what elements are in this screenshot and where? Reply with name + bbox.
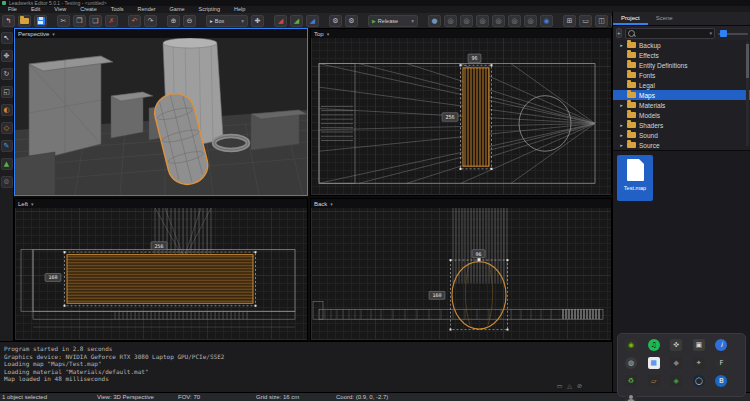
render-mode-button-3[interactable]: ◎ [460, 15, 473, 27]
primitive-dropdown[interactable]: ▸ Box ▾ [206, 15, 248, 27]
tree-item-materials[interactable]: ▸Materials [613, 100, 750, 110]
zoom-out-button[interactable]: ⊖ [183, 15, 196, 27]
selected-object-back[interactable] [450, 258, 509, 330]
console-messages-filter-icon[interactable]: ▭ [557, 383, 563, 389]
tree-item-sound[interactable]: ▸Sound [613, 130, 750, 140]
redo-button[interactable]: ↷ [144, 15, 157, 27]
tree-scrollbar[interactable] [746, 42, 749, 146]
tray-icon-files[interactable]: ▱ [648, 375, 660, 387]
console-log[interactable]: Program started in 2.8 seconds Graphics … [0, 341, 612, 392]
tray-icon-steam[interactable]: ◯ [693, 375, 705, 387]
select-tool-button[interactable]: ↖ [1, 32, 13, 44]
tree-item-backup[interactable]: ▸Backup [613, 40, 750, 50]
tray-icon-user[interactable] [625, 393, 637, 401]
tray-icon-app-f[interactable]: F [715, 357, 727, 369]
console-errors-filter-icon[interactable]: ⊘ [577, 383, 582, 389]
tree-item-models[interactable]: Models [613, 110, 750, 120]
layout-single-button[interactable]: ▭ [579, 15, 592, 27]
thumbnail-size-slider[interactable] [718, 30, 748, 37]
selected-object-top[interactable] [460, 64, 493, 170]
tray-icon-spotify[interactable]: ♫ [648, 339, 660, 351]
render-mode-button-8[interactable]: ◉ [540, 15, 553, 27]
tree-item-effects[interactable]: Effects [613, 50, 750, 60]
new-button[interactable]: ↰ [2, 15, 15, 27]
drop-x-button[interactable]: ◢ [274, 15, 287, 27]
tray-icon-nvidia[interactable]: ◉ [625, 339, 637, 351]
tree-item-maps[interactable]: Maps [613, 90, 750, 100]
render-mode-button-1[interactable]: ● [428, 15, 441, 27]
rotate-tool-button[interactable]: ↻ [1, 68, 13, 80]
tray-icon-photos[interactable]: ▦ [648, 357, 660, 369]
chevron-down-icon[interactable]: ▾ [710, 30, 713, 36]
vertex-tool-button[interactable]: ◇ [1, 122, 13, 134]
tree-item-legal[interactable]: Legal [613, 80, 750, 90]
tree-item-entity-definitions[interactable]: Entity Definitions [613, 60, 750, 70]
viewport-left-header[interactable]: Left ▾ [15, 199, 307, 208]
settings-button[interactable]: ⚙ [329, 15, 342, 27]
drop-y-button[interactable]: ◢ [290, 15, 303, 27]
file-thumbnail-testmap[interactable]: Test.map [617, 155, 653, 201]
tray-icon-info[interactable]: i [715, 339, 727, 351]
tray-icon-controller[interactable]: ✜ [670, 339, 682, 351]
perspective-canvas[interactable] [15, 38, 307, 195]
viewport-top-header[interactable]: Top ▾ [311, 29, 611, 38]
viewport-back-header[interactable]: Back ▾ [311, 199, 611, 208]
add-primitive-button[interactable]: ✚ [251, 15, 264, 27]
paste-button[interactable]: ❑ [89, 15, 102, 27]
paint-tool-button[interactable]: ✎ [1, 140, 13, 152]
viewport-top[interactable]: Top ▾ [310, 28, 612, 196]
tray-icon-capture[interactable]: ▣ [693, 339, 705, 351]
menu-view[interactable]: View [54, 6, 66, 13]
viewport-back[interactable]: Back ▾ 96 160 [310, 198, 612, 341]
drop-z-button[interactable]: ◢ [306, 15, 319, 27]
search-input[interactable] [637, 30, 708, 36]
layout-columns-button[interactable]: ◫ [595, 15, 608, 27]
terrain-tool-button[interactable]: ▲ [1, 158, 13, 170]
search-box[interactable]: ▾ [625, 28, 716, 39]
render-mode-button-6[interactable]: ◎ [508, 15, 521, 27]
selected-object-left[interactable] [64, 251, 257, 307]
options-button[interactable]: ⚙ [345, 15, 358, 27]
open-button[interactable] [18, 15, 31, 27]
tab-project[interactable]: Project [613, 12, 648, 25]
tool-settings-button[interactable]: ⚙ [1, 176, 13, 188]
zoom-in-button[interactable]: ⊕ [167, 15, 180, 27]
copy-button[interactable]: ❐ [73, 15, 86, 27]
tray-icon-app-1[interactable]: ◆ [670, 357, 682, 369]
left-canvas[interactable]: 256 160 [15, 208, 307, 340]
face-tool-button[interactable]: ◐ [1, 104, 13, 116]
render-mode-button-7[interactable]: ◎ [524, 15, 537, 27]
viewport-left[interactable]: Left ▾ [14, 198, 308, 341]
undo-button[interactable]: ↶ [128, 15, 141, 27]
delete-button[interactable]: ✗ [105, 15, 118, 27]
menu-file[interactable]: File [8, 6, 17, 13]
menu-tools[interactable]: Tools [111, 6, 124, 13]
tab-scene[interactable]: Scene [648, 12, 681, 25]
scale-tool-button[interactable]: ◱ [1, 86, 13, 98]
viewport-perspective[interactable]: Perspective ▾ [14, 28, 308, 196]
viewport-perspective-header[interactable]: Perspective ▾ [15, 29, 307, 38]
tray-icon-shield[interactable]: ◈ [670, 375, 682, 387]
tray-icon-app-2[interactable]: ✦ [693, 357, 705, 369]
menu-edit[interactable]: Edit [31, 6, 40, 13]
console-warnings-filter-icon[interactable]: △ [567, 383, 572, 389]
render-mode-button-4[interactable]: ◎ [476, 15, 489, 27]
top-canvas[interactable]: 96 256 [311, 38, 611, 195]
layout-quad-button[interactable]: ⊞ [563, 15, 576, 27]
tree-item-fonts[interactable]: Fonts [613, 70, 750, 80]
tray-icon-settings[interactable]: ◍ [625, 357, 637, 369]
tree-item-source[interactable]: ▸Source [613, 140, 750, 150]
render-mode-button-5[interactable]: ◎ [492, 15, 505, 27]
tray-icon-bluetooth[interactable]: B [715, 375, 727, 387]
render-mode-button-2[interactable]: ◎ [444, 15, 457, 27]
menu-create[interactable]: Create [80, 6, 97, 13]
menu-scripting[interactable]: Scripting [199, 6, 220, 13]
add-asset-button[interactable]: + [616, 28, 622, 38]
menu-help[interactable]: Help [234, 6, 245, 13]
tree-item-shaders[interactable]: ▸Shaders [613, 120, 750, 130]
move-tool-button[interactable]: ✥ [1, 50, 13, 62]
cut-button[interactable]: ✂ [57, 15, 70, 27]
menu-render[interactable]: Render [138, 6, 156, 13]
back-canvas[interactable]: 96 160 [311, 208, 611, 340]
save-button[interactable] [34, 15, 47, 27]
